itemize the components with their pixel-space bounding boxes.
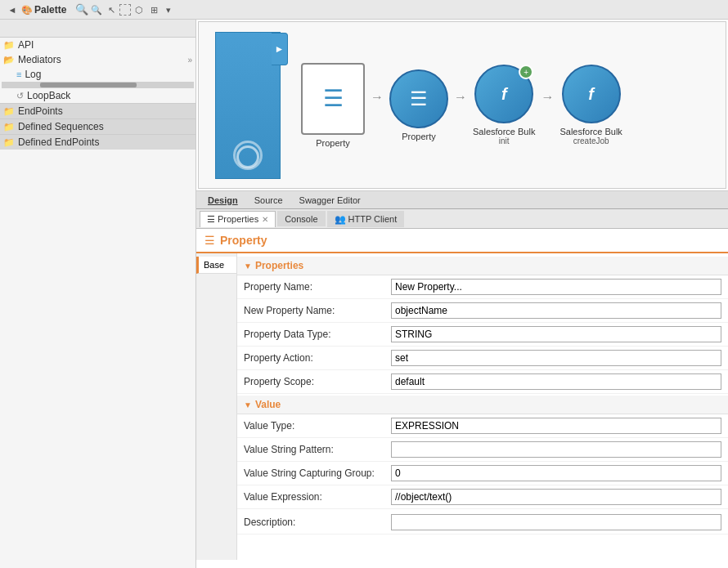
property-header-title: Property	[220, 234, 267, 247]
sf-createjob-label: Salesforce Bulk	[559, 127, 622, 136]
value-property-data-type[interactable]	[391, 326, 721, 342]
section-value: ▼ Value Value Type:	[237, 396, 728, 509]
folder-icon-mediators: 📂	[3, 55, 15, 65]
http-client-icon: 👥	[335, 214, 346, 225]
canvas-container[interactable]: ► ☰ Property →	[198, 21, 726, 189]
section-value-toggle: ▼	[244, 400, 252, 409]
sidebar-item-label-defined-endpoints: Defined EndPoints	[18, 136, 99, 148]
label-value-type: Value Type:	[244, 420, 391, 432]
sidebar-item-loopback[interactable]: ↺ LoopBack	[0, 88, 195, 103]
input-value-string-capturing-group[interactable]	[391, 465, 721, 481]
scroll-indicator[interactable]	[2, 82, 194, 88]
input-new-property-name[interactable]	[391, 302, 721, 319]
flow-node-sf-init[interactable]: f + Salesforce Bulk init	[473, 65, 535, 145]
property1-circle[interactable]: ☰	[301, 63, 365, 135]
top-toolbar: ◄ 🎨 Palette 🔍 🔍 ↖ ⬡ ⊞ ▾	[0, 0, 728, 20]
row-description: Description:	[237, 511, 728, 534]
row-value-expression: Value Expression:	[237, 485, 728, 509]
value-description[interactable]	[391, 514, 721, 530]
input-value-string-pattern[interactable]	[391, 441, 721, 458]
value-value-string-capturing-group[interactable]	[391, 465, 721, 481]
section-value-header[interactable]: ▼ Value	[237, 396, 728, 414]
sf-createjob-circle[interactable]: f	[562, 65, 621, 123]
input-property-action[interactable]	[391, 350, 721, 366]
log-icon: ≡	[16, 69, 21, 79]
back-icon[interactable]: ◄	[6, 3, 19, 16]
sidebar-item-label-endpoints: EndPoints	[18, 105, 63, 117]
section-properties: ▼ Properties Property Name:	[237, 257, 728, 394]
arrow3: →	[541, 90, 554, 105]
label-value-string-pattern: Value String Pattern:	[244, 444, 391, 455]
lasso-tool-icon[interactable]: ⬡	[133, 3, 146, 16]
input-value-expression[interactable]	[391, 489, 721, 505]
flow-node-property2[interactable]: ☰ Property	[389, 69, 448, 141]
property2-label: Property	[402, 132, 436, 141]
tab-console[interactable]: Console	[277, 211, 325, 226]
tab-swagger[interactable]: Swagger Editor	[291, 194, 369, 207]
panel-decoration	[236, 145, 259, 168]
tab-properties-label: Properties	[218, 214, 258, 224]
value-new-property-name[interactable]	[391, 302, 721, 319]
property1-icon: ☰	[323, 85, 344, 112]
panel-handle[interactable]: ►	[272, 33, 288, 65]
row-property-name: Property Name:	[237, 275, 728, 299]
property-header-icon: ☰	[204, 234, 215, 247]
props-sidebar-item-base[interactable]: Base	[196, 257, 236, 274]
select-tool-icon[interactable]: ↖	[105, 3, 118, 16]
expand-mediators-icon[interactable]: »	[187, 56, 192, 65]
label-new-property-name: New Property Name:	[244, 305, 391, 316]
tab-properties[interactable]: ☰ Properties ✕	[200, 211, 276, 227]
arrow2: →	[454, 90, 467, 105]
sidebar-item-defined-endpoints[interactable]: 📁 Defined EndPoints	[0, 134, 195, 150]
value-property-action[interactable]	[391, 350, 721, 366]
arrow1: →	[371, 90, 384, 105]
tab-design[interactable]: Design	[200, 194, 246, 207]
value-value-expression[interactable]	[391, 489, 721, 505]
snap-tool-icon[interactable]: ⊞	[147, 3, 160, 16]
input-value-type[interactable]	[391, 418, 721, 434]
property2-icon: ☰	[410, 87, 428, 110]
more-tools-icon[interactable]: ▾	[162, 3, 175, 16]
flow-node-sf-createjob[interactable]: f Salesforce Bulk createJob	[559, 65, 622, 145]
row-property-scope: Property Scope:	[237, 370, 728, 394]
zoom-out-icon[interactable]: 🔍	[90, 3, 103, 16]
sidebar-item-api[interactable]: 📁 API	[0, 38, 195, 52]
tab-source[interactable]: Source	[246, 194, 291, 207]
marquee-tool-icon[interactable]	[119, 4, 131, 16]
row-property-data-type: Property Data Type:	[237, 323, 728, 347]
sf-init-circle[interactable]: f +	[474, 65, 533, 123]
input-property-name[interactable]	[391, 279, 721, 295]
tab-properties-close[interactable]: ✕	[262, 215, 268, 224]
folder-icon-api: 📁	[3, 40, 15, 51]
props-content: Base ▼ Properties Property Name:	[196, 253, 728, 560]
row-property-action: Property Action:	[237, 347, 728, 370]
input-property-scope[interactable]	[391, 373, 721, 390]
sf-init-label: Salesforce Bulk	[473, 127, 535, 136]
top-bar-title: Palette	[34, 4, 66, 16]
input-property-data-type[interactable]	[391, 326, 721, 342]
bottom-panel: ☰ Properties ✕ Console 👥 HTTP Client	[196, 208, 728, 568]
sidebar-item-endpoints[interactable]: 📁 EndPoints	[0, 103, 195, 119]
property2-circle[interactable]: ☰	[389, 69, 448, 128]
property-header: ☰ Property	[196, 229, 728, 253]
sf-createjob-sublabel: createJob	[573, 136, 609, 145]
props-sidebar: Base	[196, 253, 237, 560]
value-property-scope[interactable]	[391, 373, 721, 390]
zoom-in-icon[interactable]: 🔍	[75, 3, 88, 16]
label-value-string-capturing-group: Value String Capturing Group:	[244, 467, 391, 479]
row-value-string-pattern: Value String Pattern:	[237, 438, 728, 462]
value-value-string-pattern[interactable]	[391, 441, 721, 458]
tab-http-client[interactable]: 👥 HTTP Client	[327, 211, 405, 227]
flow-node-property1[interactable]: ☰ Property	[301, 63, 365, 148]
input-description[interactable]	[391, 514, 721, 530]
sidebar-item-log[interactable]: ≡ Log	[0, 67, 195, 82]
value-property-name[interactable]	[391, 279, 721, 295]
sidebar-item-mediators[interactable]: 📂 Mediators »	[0, 52, 195, 67]
section-properties-header[interactable]: ▼ Properties	[237, 257, 728, 275]
section-description: Description:	[237, 511, 728, 534]
sidebar-item-defined-sequences[interactable]: 📁 Defined Sequences	[0, 119, 195, 134]
canvas-area: ► ☰ Property →	[196, 20, 728, 568]
properties-panel: ☰ Property Base ▼ Pro	[196, 229, 728, 568]
value-value-type[interactable]	[391, 418, 721, 434]
label-property-name: Property Name:	[244, 281, 391, 293]
